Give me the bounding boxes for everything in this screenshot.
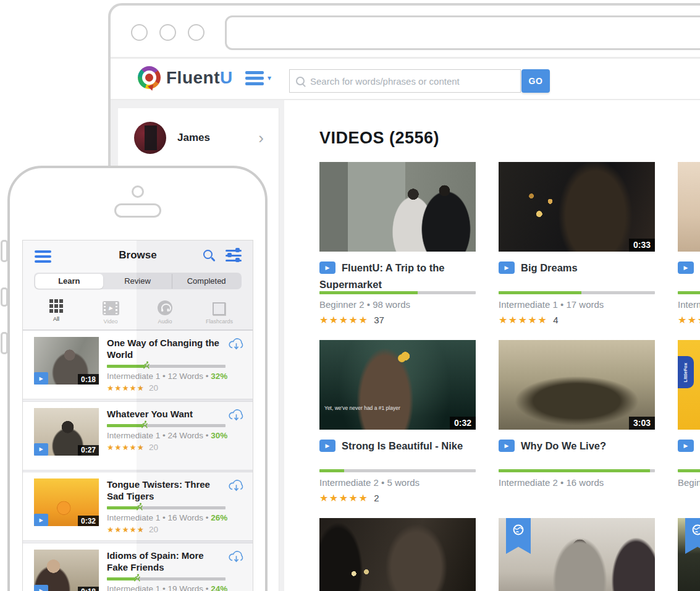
duration-badge: 3:03 — [629, 417, 655, 430]
download-cloud-icon[interactable] — [227, 409, 245, 426]
tab-review[interactable]: Review — [103, 274, 172, 289]
video-card[interactable]: ▶FluentU: A Trip to the Supermarket Begi… — [319, 162, 476, 326]
main-menu-button[interactable]: ▾ — [245, 71, 271, 85]
hamburger-icon — [245, 71, 264, 85]
user-profile-row[interactable]: James › — [118, 108, 279, 166]
video-thumbnail[interactable]: 0:33 — [499, 162, 655, 252]
app-filter-icon[interactable] — [226, 249, 242, 263]
video-thumbnail[interactable]: 3:03 — [499, 340, 655, 430]
filter-label: Flashcards — [206, 318, 233, 325]
video-card[interactable]: 0:33 ▶Big Dreams Intermediate 1 • 17 wor… — [499, 162, 655, 326]
video-thumbnail[interactable] — [678, 518, 700, 591]
rating-row — [678, 491, 700, 504]
progress-bar — [107, 506, 226, 509]
search-field[interactable] — [289, 69, 521, 93]
video-card[interactable]: 0:14 ▶ — [319, 518, 476, 591]
window-control-maximize[interactable] — [188, 24, 205, 41]
rating-count: 37 — [374, 315, 384, 325]
video-title-row[interactable]: ▶Big Dreams — [499, 260, 655, 287]
play-icon: ▶ — [34, 585, 48, 591]
video-thumbnail[interactable]: 0:14 — [319, 518, 476, 591]
duration-badge: 0:27 — [78, 445, 99, 456]
window-control-minimize[interactable] — [159, 24, 176, 41]
content-type-filters: All Video Audio Flashcards — [23, 296, 253, 330]
app-video-list: ▶ 0:18 One Way of Changing the World — [23, 330, 253, 591]
app-item-body: Idioms of Spain: More Fake Friends — [107, 550, 244, 591]
play-icon: ▶ — [319, 440, 335, 452]
window-controls — [131, 24, 205, 41]
video-card[interactable]: ▶ — [678, 518, 700, 591]
app-item-thumbnail[interactable]: ▶ 0:18 — [34, 337, 99, 385]
video-card[interactable]: ▶3 Intermediate ★★★★★ — [678, 162, 700, 326]
video-title: FluentU: A Trip to the Supermarket — [319, 262, 445, 290]
phone-camera — [132, 185, 144, 198]
window-control-close[interactable] — [131, 24, 148, 41]
video-thumbnail[interactable] — [319, 162, 476, 252]
progress-fill — [499, 469, 650, 472]
video-title-row[interactable]: ▶FluentU: A Trip to the Supermarket — [319, 260, 476, 287]
video-title-row[interactable]: ▶W — [678, 438, 700, 465]
app-item-thumbnail[interactable]: ▶ 0:32 — [34, 478, 99, 526]
learned-percent: 32% — [211, 372, 227, 381]
fluentu-ribbon-badge — [506, 518, 531, 554]
learned-percent: 24% — [211, 584, 227, 591]
fluentu-logo[interactable]: FluentU — [138, 66, 233, 89]
progress-bar — [107, 577, 226, 580]
runner-icon — [133, 573, 141, 584]
app-item-thumbnail[interactable]: ▶ 0:27 — [34, 408, 99, 456]
app-header-area: Browse Learn Review Completed All Vid — [23, 240, 253, 330]
app-list-item[interactable]: ▶ 0:18 Idioms of Spain: More Fake Friend… — [23, 543, 253, 591]
filter-video[interactable]: Video — [83, 299, 138, 325]
app-item-thumbnail[interactable]: ▶ 0:18 — [34, 550, 99, 591]
user-name: James — [177, 132, 258, 144]
search-bar: GO — [289, 69, 550, 93]
app-list-item[interactable]: ▶ 0:18 One Way of Changing the World — [23, 330, 253, 399]
search-input[interactable] — [310, 76, 514, 87]
play-icon: ▶ — [34, 443, 48, 456]
video-thumbnail[interactable]: Yet, we've never had a #1 player 0:32 — [319, 340, 476, 430]
video-meta: Intermediate 2 • 16 words — [499, 477, 655, 488]
play-icon: ▶ — [678, 440, 694, 452]
video-title-row[interactable]: ▶3 — [678, 260, 700, 287]
video-title-row[interactable]: ▶Strong Is Beautiful - Nike — [319, 438, 476, 465]
download-cloud-icon[interactable] — [227, 550, 245, 568]
video-card[interactable]: 3:03 ▶Why Do We Live? Intermediate 2 • 1… — [499, 340, 655, 504]
address-bar[interactable] — [225, 15, 700, 50]
video-thumbnail[interactable] — [678, 162, 700, 252]
video-icon — [103, 301, 119, 315]
tab-completed[interactable]: Completed — [172, 274, 241, 289]
app-item-title: One Way of Changing the World — [107, 337, 223, 360]
filter-all[interactable]: All — [29, 299, 83, 325]
video-card[interactable]: LittleFox ▶W — [678, 340, 700, 504]
app-item-meta: Intermediate 1 • 24 Words • 30% — [107, 431, 223, 440]
video-card[interactable]: Yet, we've never had a #1 player 0:32 — [319, 340, 476, 504]
app-list-item[interactable]: ▶ 0:27 Whatever You Want — [23, 401, 253, 470]
download-cloud-icon[interactable] — [227, 479, 245, 496]
filter-flashcards[interactable]: Flashcards — [192, 299, 247, 325]
star-rating-icons: ★★★★★ — [107, 443, 145, 452]
phone-screen: Browse Learn Review Completed All Vid — [22, 240, 253, 591]
avatar — [134, 122, 166, 154]
video-title-row[interactable]: ▶Why Do We Live? — [499, 438, 655, 465]
logo-text: FluentU — [166, 68, 233, 88]
rating-row: ★★★★★ 37 — [319, 313, 476, 326]
star-rating-icons: ★★★★★ — [107, 383, 145, 393]
play-icon: ▶ — [499, 261, 515, 274]
video-thumbnail[interactable]: LittleFox — [678, 340, 700, 430]
runner-icon — [140, 420, 148, 431]
video-thumbnail[interactable]: 3:01 — [499, 518, 655, 591]
globe-icon — [511, 523, 526, 538]
search-go-button[interactable]: GO — [521, 69, 550, 93]
filter-audio[interactable]: Audio — [138, 299, 192, 325]
download-cloud-icon[interactable] — [227, 338, 245, 355]
video-card[interactable]: 3:01 ▶ — [499, 518, 655, 591]
video-meta: Beginner — [678, 477, 700, 488]
rating-row: ★★★★★ 4 — [499, 313, 655, 326]
segmented-control: Learn Review Completed — [34, 273, 242, 289]
rating-row: ★★★★★ — [678, 313, 700, 326]
tab-learn[interactable]: Learn — [35, 274, 104, 289]
filter-label: Audio — [158, 318, 172, 325]
app-list-item[interactable]: ▶ 0:32 Tongue Twisters: Three Sad Tigers — [23, 472, 253, 541]
app-search-icon[interactable] — [203, 250, 213, 259]
phone-volume-up-button — [1, 287, 8, 307]
